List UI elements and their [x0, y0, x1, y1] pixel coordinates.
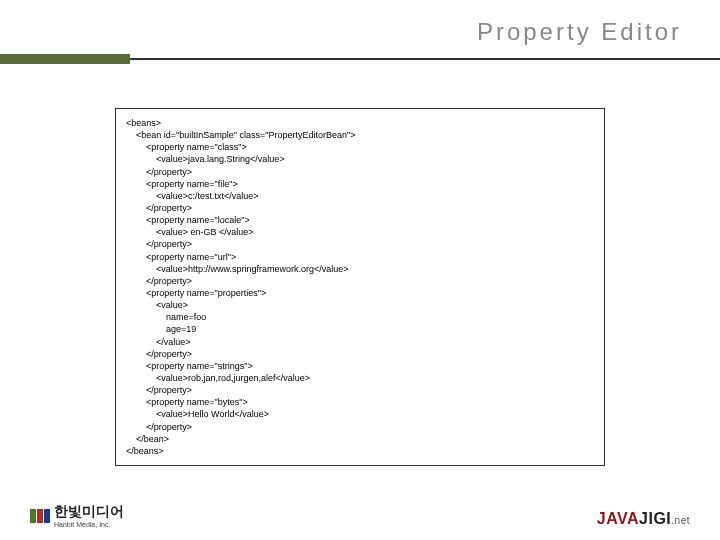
javajigi-java: JAVA: [597, 510, 639, 527]
hanbit-name: 한빛미디어: [54, 503, 124, 521]
title-accent-bar: [0, 54, 130, 64]
code-box: <beans> <bean id="builtInSample" class="…: [115, 108, 605, 466]
footer: 한빛미디어 Hanbit Media, Inc. JAVAJIGI.net: [30, 503, 690, 528]
javajigi-jigi: JIGI: [639, 510, 671, 527]
title-bar: Property Editor: [30, 18, 690, 58]
slide-title: Property Editor: [30, 18, 682, 46]
javajigi-net: .net: [671, 515, 690, 526]
footer-right-brand: JAVAJIGI.net: [597, 510, 690, 528]
hanbit-sub: Hanbit Media, Inc.: [54, 521, 124, 528]
hanbit-mark-icon: [30, 509, 50, 523]
footer-left-brand: 한빛미디어 Hanbit Media, Inc.: [30, 503, 124, 528]
hanbit-logo: 한빛미디어 Hanbit Media, Inc.: [30, 503, 124, 528]
xml-code: <beans> <bean id="builtInSample" class="…: [126, 117, 594, 457]
